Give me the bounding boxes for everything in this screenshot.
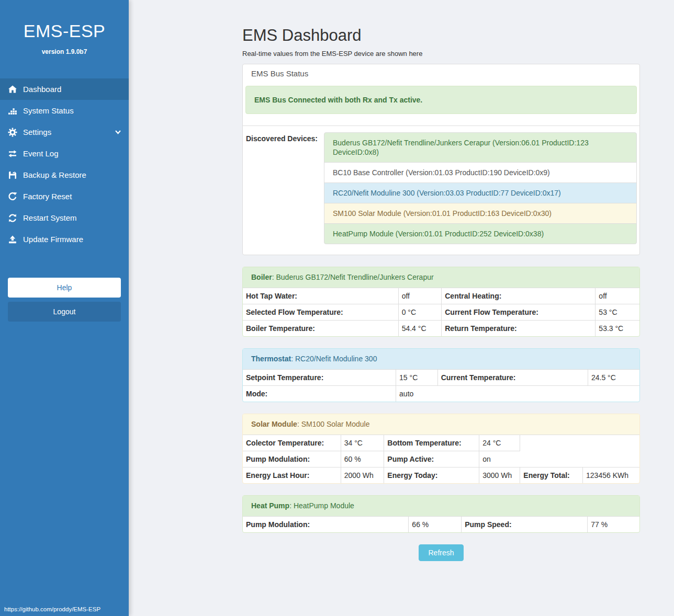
- home-icon: [7, 85, 17, 94]
- table-row: Pump Modulation:66 %Pump Speed:77 %: [243, 517, 639, 532]
- table-cell-empty: [520, 435, 639, 467]
- table-cell-value: 77 %: [588, 517, 639, 532]
- repeat-icon: [7, 192, 17, 201]
- table-title-device: : RC20/Nefit Moduline 300: [291, 355, 377, 363]
- table-cell-value: 53 °C: [596, 304, 639, 321]
- bus-status-alert: EMS Bus Connected with both Rx and Tx ac…: [245, 86, 637, 114]
- table-cell-value: 123456 KWh: [583, 467, 639, 484]
- table-title-device: : Buderus GB172/Nefit Trendline/Junkers …: [272, 273, 434, 281]
- sidebar-item-event-log[interactable]: Event Log: [0, 143, 129, 164]
- table-cell-label: Current Temperature:: [437, 370, 588, 386]
- table-cell-label: Energy Total:: [520, 467, 583, 484]
- status-url: https://github.com/proddy/EMS-ESP: [4, 606, 100, 612]
- gear-icon: [7, 128, 17, 137]
- device-table-solar-module: Solar Module: SM100 Solar ModuleColector…: [242, 414, 640, 484]
- sidebar-item-label: Factory Reset: [23, 192, 72, 201]
- table-header-boiler: Boiler: Buderus GB172/Nefit Trendline/Ju…: [243, 267, 639, 288]
- table-cell-value: off: [596, 288, 639, 304]
- exchange-icon: [7, 149, 17, 158]
- table-cell-label: Pump Speed:: [462, 517, 588, 532]
- sidebar-item-label: Settings: [23, 128, 51, 136]
- device-list-item: Buderus GB172/Nefit Trendline/Junkers Ce…: [324, 132, 637, 163]
- table-cell-value: 60 %: [341, 451, 384, 467]
- sidebar-item-update-firmware[interactable]: Update Firmware: [0, 229, 129, 250]
- table-cell-value: auto: [396, 386, 639, 402]
- sidebar: EMS-ESP version 1.9.0b7 DashboardSystem …: [0, 0, 129, 616]
- sidebar-item-label: Restart System: [23, 213, 77, 222]
- table-cell-label: Return Temperature:: [442, 321, 596, 337]
- table-cell-value: 3000 Wh: [479, 467, 520, 484]
- logout-button[interactable]: Logout: [8, 302, 121, 322]
- table-cell-value: 24 °C: [479, 435, 520, 451]
- discovered-devices-label: Discovered Devices:: [246, 132, 319, 244]
- table-title-category: Solar Module: [251, 420, 297, 428]
- table-title-device: : SM100 Solar Module: [297, 420, 370, 428]
- refresh-button[interactable]: Refresh: [419, 544, 463, 561]
- table-cell-value: 15 °C: [396, 370, 438, 386]
- save-icon: [7, 170, 17, 180]
- sidebar-item-restart-system[interactable]: Restart System: [0, 207, 129, 229]
- device-list-item: RC20/Nefit Moduline 300 (Version:03.03 P…: [324, 182, 637, 203]
- sidebar-item-system-status[interactable]: System Status: [0, 100, 129, 121]
- bus-status-panel: EMS Bus Status EMS Bus Connected with bo…: [242, 64, 640, 255]
- table-cell-label: Setpoint Temperature:: [243, 370, 396, 386]
- table-cell-label: Current Flow Temperature:: [442, 304, 596, 321]
- bus-status-panel-heading: EMS Bus Status: [243, 64, 639, 83]
- sidebar-item-settings[interactable]: Settings: [0, 121, 129, 143]
- chevron-down-icon: [115, 129, 121, 135]
- refresh-icon: [7, 213, 17, 223]
- table-cell-label: Selected Flow Temperature:: [243, 304, 398, 321]
- table-cell-label: Central Heating:: [442, 288, 596, 304]
- table-title-category: Heat Pump: [251, 501, 289, 510]
- table-cell-value: 66 %: [409, 517, 462, 532]
- table-cell-label: Bottom Temperature:: [384, 435, 479, 451]
- table-cell-label: Energy Today:: [384, 467, 479, 484]
- device-list-item: HeatPump Module (Version:01.01 ProductID…: [324, 223, 637, 244]
- upload-icon: [7, 235, 17, 244]
- table-row: Selected Flow Temperature:0 °CCurrent Fl…: [243, 304, 639, 321]
- sidebar-item-backup-restore[interactable]: Backup & Restore: [0, 164, 129, 186]
- table-cell-value: 2000 Wh: [341, 467, 384, 484]
- table-title-category: Thermostat: [251, 355, 291, 363]
- version-label: version 1.9.0b7: [0, 48, 129, 55]
- table-title-device: : HeatPump Module: [289, 501, 354, 510]
- table-cell-label: Colector Temperature:: [243, 435, 341, 451]
- sidebar-item-label: Backup & Restore: [23, 170, 86, 179]
- page-title: EMS Dashboard: [242, 26, 640, 45]
- table-title-category: Boiler: [251, 273, 272, 281]
- table-row: Setpoint Temperature:15 °CCurrent Temper…: [243, 370, 639, 386]
- sidebar-item-label: System Status: [23, 106, 74, 115]
- table-cell-value: 34 °C: [341, 435, 384, 451]
- table-cell-label: Pump Modulation:: [243, 517, 409, 532]
- table-row: Hot Tap Water:offCentral Heating:off: [243, 288, 639, 304]
- device-list: Buderus GB172/Nefit Trendline/Junkers Ce…: [324, 132, 637, 244]
- table-row: Colector Temperature:34 °CBottom Tempera…: [243, 435, 639, 451]
- table-cell-value: on: [479, 451, 520, 467]
- table-row: Mode:auto: [243, 386, 639, 402]
- sidebar-menu: DashboardSystem StatusSettingsEvent LogB…: [0, 78, 129, 250]
- device-list-item: SM100 Solar Module (Version:01.01 Produc…: [324, 203, 637, 224]
- sidebar-item-label: Event Log: [23, 149, 59, 158]
- device-table-thermostat: Thermostat: RC20/Nefit Moduline 300Setpo…: [242, 348, 640, 402]
- system-status-icon: [7, 106, 17, 116]
- table-header-solar-module: Solar Module: SM100 Solar Module: [243, 414, 639, 435]
- table-row: Energy Last Hour:2000 WhEnergy Today:300…: [243, 467, 639, 484]
- device-tables: Boiler: Buderus GB172/Nefit Trendline/Ju…: [242, 267, 640, 533]
- bus-status-alert-wrap: EMS Bus Connected with both Rx and Tx ac…: [243, 83, 639, 126]
- table-cell-value: 53.3 °C: [596, 321, 639, 337]
- sidebar-item-factory-reset[interactable]: Factory Reset: [0, 186, 129, 207]
- device-table-heat-pump: Heat Pump: HeatPump ModulePump Modulatio…: [242, 495, 640, 533]
- table-cell-label: Hot Tap Water:: [243, 288, 398, 304]
- table-cell-label: Energy Last Hour:: [243, 467, 341, 484]
- table-header-heat-pump: Heat Pump: HeatPump Module: [243, 496, 639, 517]
- table-cell-label: Pump Modulation:: [243, 451, 341, 467]
- discovered-devices-section: Discovered Devices: Buderus GB172/Nefit …: [243, 126, 639, 255]
- help-button[interactable]: Help: [8, 278, 121, 298]
- table-header-thermostat: Thermostat: RC20/Nefit Moduline 300: [243, 349, 639, 370]
- table-cell-label: Mode:: [243, 386, 396, 402]
- device-list-item: BC10 Base Controller (Version:01.03 Prod…: [324, 162, 637, 183]
- table-cell-value: 54.4 °C: [398, 321, 442, 337]
- sidebar-item-dashboard[interactable]: Dashboard: [0, 78, 129, 100]
- sidebar-item-label: Dashboard: [23, 85, 61, 94]
- sidebar-item-label: Update Firmware: [23, 235, 83, 244]
